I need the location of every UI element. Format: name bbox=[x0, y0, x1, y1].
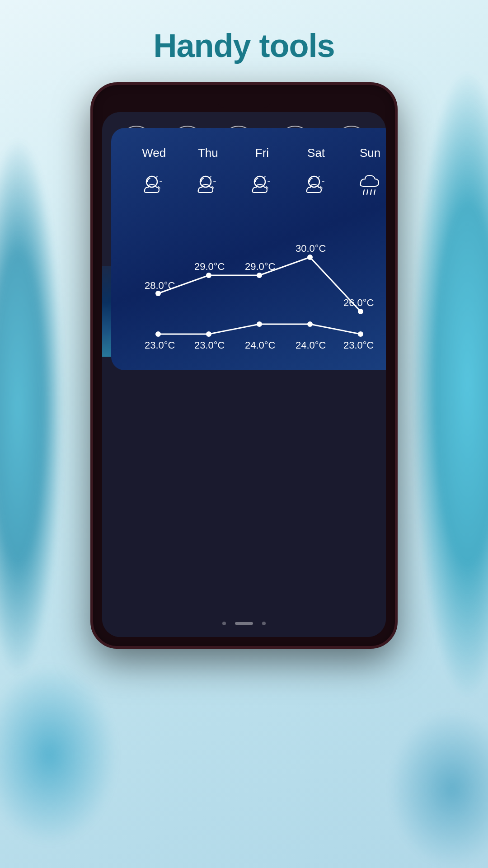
nav-home-bar bbox=[235, 622, 253, 625]
weather-icon-sun bbox=[347, 169, 386, 201]
svg-point-49 bbox=[307, 321, 313, 327]
weather-days-row: Wed Thu Fri Sat Sun bbox=[127, 146, 386, 160]
day-wed: Wed bbox=[131, 146, 177, 160]
svg-point-47 bbox=[206, 331, 211, 337]
decoration-bubble-right bbox=[411, 68, 488, 701]
day-sun: Sun bbox=[347, 146, 386, 160]
phone-mockup: WiFi Data bbox=[90, 82, 398, 649]
svg-point-38 bbox=[257, 273, 262, 278]
nav-dot-1 bbox=[222, 622, 226, 625]
decoration-bubble-left bbox=[0, 136, 63, 678]
svg-point-46 bbox=[155, 331, 161, 337]
svg-text:26.0°C: 26.0°C bbox=[343, 297, 374, 308]
day-sat: Sat bbox=[294, 146, 339, 160]
svg-text:29.0°C: 29.0°C bbox=[194, 261, 225, 272]
decoration-bubble-bottom-left bbox=[0, 665, 117, 845]
decoration-bubble-bottom-right bbox=[389, 710, 488, 868]
svg-text:24.0°C: 24.0°C bbox=[296, 340, 326, 351]
svg-text:30.0°C: 30.0°C bbox=[296, 243, 326, 254]
svg-text:29.0°C: 29.0°C bbox=[245, 261, 276, 272]
weather-icon-wed bbox=[131, 169, 177, 201]
svg-text:23.0°C: 23.0°C bbox=[145, 340, 175, 351]
day-thu: Thu bbox=[185, 146, 230, 160]
weather-icon-fri bbox=[239, 169, 285, 201]
weather-icons-row bbox=[127, 169, 386, 201]
page-title: Handy tools bbox=[0, 0, 488, 82]
svg-point-36 bbox=[155, 291, 161, 296]
svg-text:23.0°C: 23.0°C bbox=[343, 340, 374, 351]
weather-icon-thu bbox=[185, 169, 230, 201]
svg-point-50 bbox=[358, 331, 363, 337]
phone-notch bbox=[217, 99, 271, 108]
svg-point-40 bbox=[358, 309, 363, 314]
weather-icon-sat bbox=[294, 169, 339, 201]
weather-card: Wed Thu Fri Sat Sun bbox=[111, 128, 386, 370]
svg-point-37 bbox=[206, 273, 211, 278]
phone-nav-bar bbox=[102, 610, 386, 637]
nav-dot-2 bbox=[262, 622, 266, 625]
svg-point-48 bbox=[257, 321, 262, 327]
svg-point-39 bbox=[307, 255, 313, 260]
svg-text:24.0°C: 24.0°C bbox=[245, 340, 276, 351]
day-fri: Fri bbox=[239, 146, 285, 160]
phone-screen: WiFi Data bbox=[102, 112, 386, 637]
phone-frame: WiFi Data bbox=[90, 82, 398, 649]
temperature-chart: 28.0°C 29.0°C 29.0°C 30.0°C 26.0°C bbox=[127, 208, 386, 352]
svg-text:28.0°C: 28.0°C bbox=[145, 280, 175, 291]
svg-text:23.0°C: 23.0°C bbox=[194, 340, 225, 351]
